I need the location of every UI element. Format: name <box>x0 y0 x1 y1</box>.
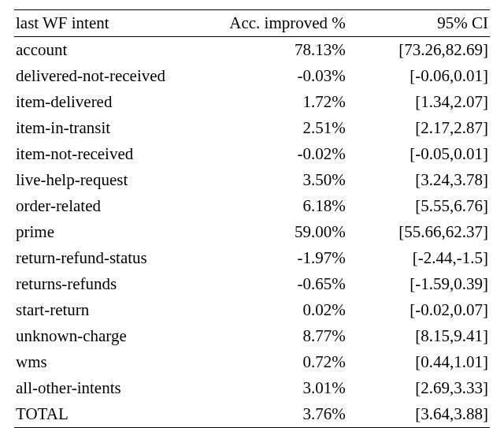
table-row: prime59.00%[55.66,62.37] <box>14 219 490 245</box>
cell-intent: return-refund-status <box>14 245 205 271</box>
cell-acc: 78.13% <box>205 37 347 64</box>
cell-intent: item-not-received <box>14 141 205 167</box>
cell-ci: [-1.59,0.39] <box>347 271 490 297</box>
cell-intent: item-in-transit <box>14 115 205 141</box>
header-acc-improved: Acc. improved % <box>205 10 347 37</box>
cell-ci: [-0.06,0.01] <box>347 63 490 89</box>
cell-acc: 3.50% <box>205 167 347 193</box>
table-row: live-help-request3.50%[3.24,3.78] <box>14 167 490 193</box>
cell-ci: [0.44,1.01] <box>347 349 490 375</box>
cell-ci: [2.69,3.33] <box>347 375 490 401</box>
cell-intent: unknown-charge <box>14 323 205 349</box>
cell-acc: 0.02% <box>205 297 347 323</box>
cell-ci: [2.17,2.87] <box>347 115 490 141</box>
table-row: TOTAL3.76%[3.64,3.88] <box>14 401 490 428</box>
cell-ci: [3.24,3.78] <box>347 167 490 193</box>
cell-acc: 6.18% <box>205 193 347 219</box>
cell-intent: returns-refunds <box>14 271 205 297</box>
cell-ci: [3.64,3.88] <box>347 401 490 428</box>
cell-intent: live-help-request <box>14 167 205 193</box>
cell-intent: wms <box>14 349 205 375</box>
table-row: unknown-charge8.77%[8.15,9.41] <box>14 323 490 349</box>
cell-ci: [-0.05,0.01] <box>347 141 490 167</box>
cell-acc: -1.97% <box>205 245 347 271</box>
cell-intent: prime <box>14 219 205 245</box>
cell-acc: 3.01% <box>205 375 347 401</box>
cell-acc: -0.02% <box>205 141 347 167</box>
cell-intent: account <box>14 37 205 64</box>
table-row: item-in-transit2.51%[2.17,2.87] <box>14 115 490 141</box>
cell-intent: all-other-intents <box>14 375 205 401</box>
cell-acc: 8.77% <box>205 323 347 349</box>
cell-acc: 59.00% <box>205 219 347 245</box>
table-row: account78.13%[73.26,82.69] <box>14 37 490 64</box>
table-row: start-return0.02%[-0.02,0.07] <box>14 297 490 323</box>
table-header-row: last WF intent Acc. improved % 95% CI <box>14 10 490 37</box>
cell-intent: TOTAL <box>14 401 205 428</box>
cell-acc: 2.51% <box>205 115 347 141</box>
cell-ci: [-2.44,-1.5] <box>347 245 490 271</box>
results-table: last WF intent Acc. improved % 95% CI ac… <box>14 9 490 428</box>
table-row: delivered-not-received-0.03%[-0.06,0.01] <box>14 63 490 89</box>
cell-intent: start-return <box>14 297 205 323</box>
cell-acc: 0.72% <box>205 349 347 375</box>
header-intent: last WF intent <box>14 10 205 37</box>
cell-ci: [55.66,62.37] <box>347 219 490 245</box>
cell-intent: order-related <box>14 193 205 219</box>
header-ci: 95% CI <box>347 10 490 37</box>
cell-ci: [1.34,2.07] <box>347 89 490 115</box>
table-row: returns-refunds-0.65%[-1.59,0.39] <box>14 271 490 297</box>
cell-ci: [73.26,82.69] <box>347 37 490 64</box>
cell-ci: [-0.02,0.07] <box>347 297 490 323</box>
table-row: wms0.72%[0.44,1.01] <box>14 349 490 375</box>
table-row: item-not-received-0.02%[-0.05,0.01] <box>14 141 490 167</box>
cell-intent: item-delivered <box>14 89 205 115</box>
cell-acc: -0.65% <box>205 271 347 297</box>
cell-acc: 1.72% <box>205 89 347 115</box>
table-row: item-delivered1.72%[1.34,2.07] <box>14 89 490 115</box>
cell-ci: [5.55,6.76] <box>347 193 490 219</box>
table-row: all-other-intents3.01%[2.69,3.33] <box>14 375 490 401</box>
cell-ci: [8.15,9.41] <box>347 323 490 349</box>
table-body: account78.13%[73.26,82.69]delivered-not-… <box>14 37 490 428</box>
table-row: return-refund-status-1.97%[-2.44,-1.5] <box>14 245 490 271</box>
table-row: order-related6.18%[5.55,6.76] <box>14 193 490 219</box>
cell-acc: -0.03% <box>205 63 347 89</box>
cell-acc: 3.76% <box>205 401 347 428</box>
cell-intent: delivered-not-received <box>14 63 205 89</box>
